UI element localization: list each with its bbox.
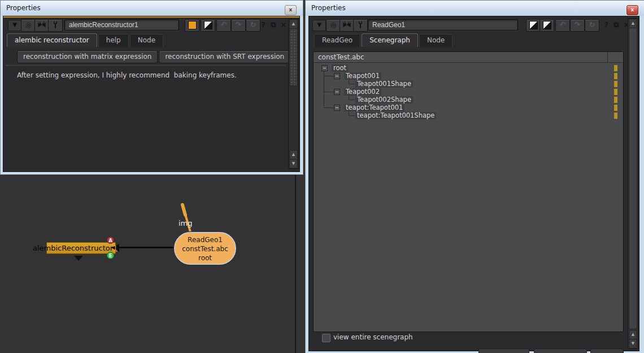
left-tab-bar: alembic reconstructor help Node bbox=[7, 34, 163, 47]
node-badge-a: A bbox=[107, 236, 114, 244]
view-entire-scenegraph-checkbox[interactable] bbox=[322, 334, 330, 342]
node-dropdown-button[interactable]: ▼ bbox=[8, 20, 21, 31]
tab-node[interactable]: Node bbox=[130, 34, 163, 47]
minus-icon bbox=[336, 92, 338, 92]
scrollbar-thumb[interactable] bbox=[629, 28, 637, 329]
help-button[interactable]: ? bbox=[602, 19, 611, 31]
left-window-titlebar[interactable]: Properties x bbox=[1, 1, 303, 16]
tree-item[interactable]: Teapot001Shape bbox=[355, 80, 413, 88]
scenegraph-header[interactable]: constTest.abc bbox=[314, 52, 608, 63]
node-dropdown-button[interactable]: ▼ bbox=[312, 20, 326, 31]
right-properties-window: Properties x ▼ ◎ ↶ bbox=[305, 0, 644, 353]
scroll-down-button[interactable]: ▼ bbox=[289, 159, 298, 169]
cutoff-button bbox=[478, 348, 529, 353]
right-tab-bar: ReadGeo Scenegraph Node bbox=[314, 34, 452, 47]
nuke-workspace: alembicReconstructor1 A E ReadGeo1 const… bbox=[0, 0, 644, 353]
view-entire-scenegraph-label: view entire scenegraph bbox=[333, 333, 413, 341]
tree-connector bbox=[349, 115, 355, 116]
scroll-up-button[interactable]: ▲ bbox=[289, 19, 298, 29]
tree-connector bbox=[324, 92, 334, 92]
scenegraph-tree[interactable]: rootTeapot001Teapot001ShapeTeapot002Teap… bbox=[314, 63, 623, 332]
close-panel-button[interactable]: × bbox=[279, 19, 288, 31]
scroll-down-button[interactable]: ▼ bbox=[629, 339, 637, 348]
reconstruct-srt-button[interactable]: reconstruction with SRT expression bbox=[159, 50, 290, 63]
tree-item[interactable]: teapot:Teapot001Shape bbox=[355, 112, 436, 119]
tab-help[interactable]: help bbox=[98, 34, 129, 47]
scenegraph-marker bbox=[614, 81, 617, 87]
tab-node[interactable]: Node bbox=[419, 34, 452, 47]
right-panel-scrollbar[interactable]: ▲ ▲ ▼ bbox=[628, 18, 638, 349]
revert-button[interactable]: ↻ bbox=[585, 19, 599, 32]
left-properties-window: Properties x ▼ ◎ bbox=[0, 0, 303, 175]
minus-icon bbox=[336, 107, 338, 108]
tv-icon bbox=[342, 21, 352, 29]
tree-item[interactable]: root bbox=[332, 64, 348, 72]
tab-scenegraph[interactable]: Scenegraph bbox=[362, 33, 418, 47]
tree-connector bbox=[324, 71, 324, 108]
tree-expander-icon[interactable] bbox=[334, 73, 340, 79]
node-color-swatch-button[interactable] bbox=[526, 19, 541, 32]
help-button[interactable]: ? bbox=[259, 19, 268, 31]
node-color-swatch-button[interactable] bbox=[185, 19, 199, 32]
node-name-field[interactable] bbox=[64, 19, 179, 31]
right-window-titlebar[interactable]: Properties x bbox=[306, 1, 644, 16]
postage-stamp-button[interactable] bbox=[34, 19, 49, 32]
tree-expander-icon[interactable] bbox=[334, 89, 340, 95]
node-alembic-label-main: alembicReconstructor bbox=[33, 244, 113, 252]
tree-item[interactable]: teapot:Teapot001 bbox=[344, 104, 404, 111]
tree-item[interactable]: Teapot001 bbox=[344, 72, 381, 80]
tree-expander-icon[interactable] bbox=[334, 105, 340, 111]
right-panel-content: ▼ ◎ ↶ ↷ ↻ ? ⧉ × bbox=[308, 16, 639, 351]
scroll-up-button-bottom[interactable]: ▲ bbox=[629, 330, 637, 339]
node-readgeo-file: constTest.abc bbox=[175, 244, 235, 253]
reconstruct-matrix-button[interactable]: reconstruction with matrix expression bbox=[17, 50, 158, 63]
scenegraph-marker bbox=[614, 97, 617, 103]
scrollbar-thumb[interactable] bbox=[289, 28, 298, 86]
gl-color-swatch-button[interactable] bbox=[539, 19, 554, 32]
wrench-button[interactable] bbox=[353, 19, 368, 32]
undo-button[interactable]: ↶ bbox=[216, 19, 231, 32]
diagonal-swatch-icon bbox=[543, 21, 551, 29]
node-badge-e: E bbox=[107, 252, 114, 259]
undo-button[interactable]: ↶ bbox=[555, 19, 570, 32]
right-window-close-button[interactable]: x bbox=[626, 5, 638, 15]
tree-connector bbox=[349, 100, 355, 100]
tree-item[interactable]: Teapot002 bbox=[344, 88, 381, 96]
redo-button[interactable]: ↷ bbox=[570, 19, 585, 32]
scroll-up-button[interactable]: ▲ bbox=[629, 19, 637, 28]
cutoff-button bbox=[534, 348, 587, 353]
postage-stamp-button[interactable] bbox=[340, 19, 354, 32]
tree-connector bbox=[349, 84, 355, 84]
reconstruction-buttons: reconstruction with matrix expression re… bbox=[17, 50, 290, 63]
diagonal-swatch-icon bbox=[529, 21, 538, 29]
redo-button[interactable]: ↷ bbox=[231, 19, 246, 32]
left-panel-scrollbar[interactable]: ▲ ▲ ▼ bbox=[288, 19, 299, 169]
tree-item[interactable]: Teapot002Shape bbox=[355, 96, 413, 104]
scenegraph-panel: constTest.abc rootTeapot001Teapot001Shap… bbox=[313, 51, 624, 332]
scenegraph-header-marker-column[interactable] bbox=[608, 52, 623, 63]
node-readgeo[interactable]: ReadGeo1 constTest.abc root bbox=[174, 232, 236, 265]
node-connection-wire bbox=[116, 247, 175, 248]
left-window-close-button[interactable]: x bbox=[285, 5, 297, 15]
section-divider bbox=[6, 65, 286, 66]
right-window-title: Properties bbox=[311, 4, 346, 12]
cutoff-button bbox=[590, 348, 624, 353]
center-node-button[interactable]: ◎ bbox=[326, 19, 341, 32]
scenegraph-marker bbox=[614, 113, 617, 119]
tab-readgeo[interactable]: ReadGeo bbox=[314, 34, 360, 47]
wrench-button[interactable] bbox=[48, 19, 63, 32]
tab-alembic-reconstructor[interactable]: alembic reconstructor bbox=[7, 33, 97, 47]
gl-color-swatch-button[interactable] bbox=[201, 19, 215, 32]
center-node-button[interactable]: ◎ bbox=[21, 19, 36, 32]
tree-connector bbox=[324, 76, 334, 76]
tree-expander-icon[interactable] bbox=[321, 65, 328, 71]
left-panel-content: ▼ ◎ ↶ ↷ ↻ ? ⧉ × bbox=[3, 16, 300, 172]
hidden-input-triangle-icon bbox=[74, 256, 83, 261]
float-panel-button[interactable]: ⧉ bbox=[612, 19, 621, 31]
focus-indicator bbox=[3, 16, 299, 18]
float-panel-button[interactable]: ⧉ bbox=[269, 19, 278, 31]
scroll-up-button-bottom[interactable]: ▲ bbox=[289, 150, 298, 160]
minus-icon bbox=[336, 76, 338, 76]
node-name-field[interactable] bbox=[368, 19, 518, 31]
wrench-icon bbox=[355, 21, 365, 29]
